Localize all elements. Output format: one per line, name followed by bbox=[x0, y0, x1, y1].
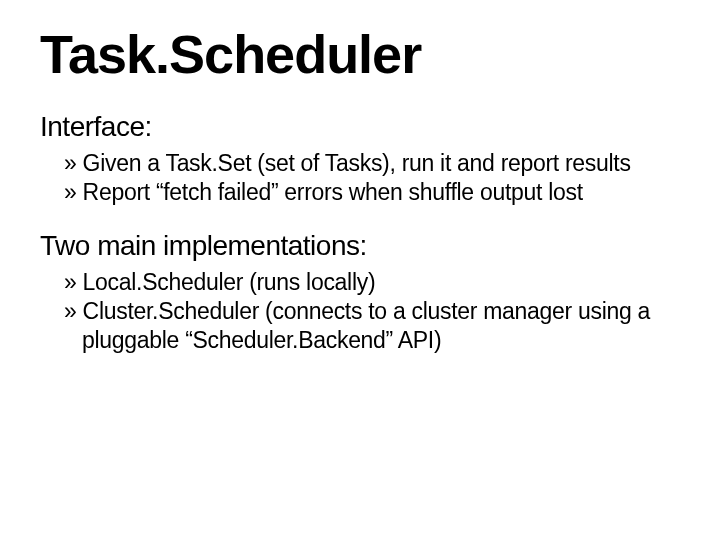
section-label-interface: Interface: bbox=[40, 111, 680, 143]
list-item: » Given a Task.Set (set of Tasks), run i… bbox=[64, 149, 680, 178]
bullet-text: Local.Scheduler (runs locally) bbox=[83, 269, 376, 295]
list-item: » Report “fetch failed” errors when shuf… bbox=[64, 178, 680, 207]
bullet-list-interface: » Given a Task.Set (set of Tasks), run i… bbox=[40, 149, 680, 208]
bullet-marker-icon: » bbox=[64, 269, 77, 295]
page-title: Task.Scheduler bbox=[40, 26, 680, 83]
bullet-list-implementations: » Local.Scheduler (runs locally) » Clust… bbox=[40, 268, 680, 356]
bullet-text: Cluster.Scheduler (connects to a cluster… bbox=[82, 298, 650, 353]
list-item: » Local.Scheduler (runs locally) bbox=[64, 268, 680, 297]
bullet-marker-icon: » bbox=[64, 150, 77, 176]
bullet-text: Report “fetch failed” errors when shuffl… bbox=[83, 179, 583, 205]
list-item: » Cluster.Scheduler (connects to a clust… bbox=[64, 297, 680, 356]
bullet-text: Given a Task.Set (set of Tasks), run it … bbox=[83, 150, 631, 176]
bullet-marker-icon: » bbox=[64, 298, 77, 324]
slide: Task.Scheduler Interface: » Given a Task… bbox=[0, 0, 720, 540]
bullet-marker-icon: » bbox=[64, 179, 77, 205]
section-label-implementations: Two main implementations: bbox=[40, 230, 680, 262]
